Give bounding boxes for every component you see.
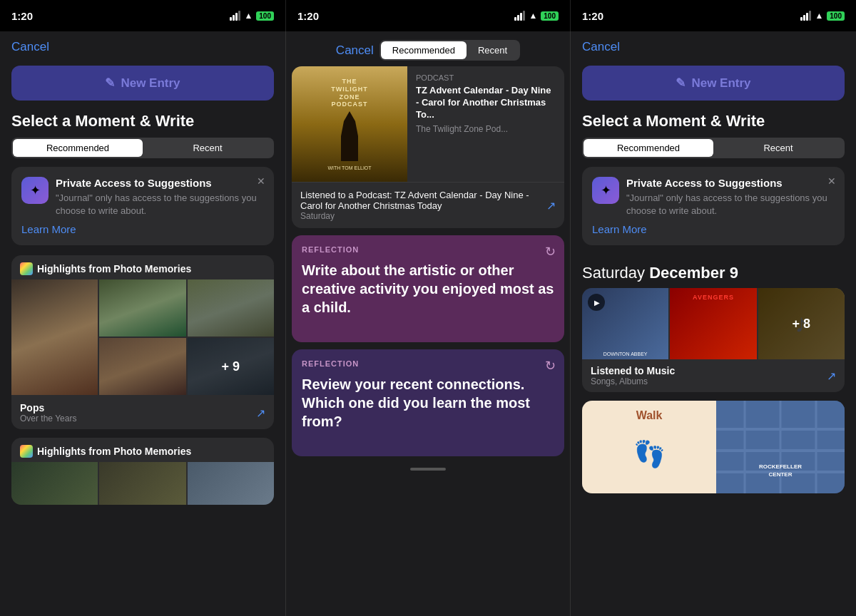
status-mid: 1:20 ▲ 100 [285, 0, 571, 31]
wifi-right: ▲ [815, 11, 823, 21]
new-entry-icon-right: ✎ [676, 76, 686, 91]
battery-mid: 100 [541, 11, 559, 21]
photo-count-overlay: + 9 [188, 338, 274, 395]
scroll-indicator [286, 463, 570, 473]
right-panel: Cancel ✎ New Entry Select a Moment & Wri… [571, 31, 856, 616]
podcast-art-sub: WITH TOM ELLIOT [327, 165, 371, 170]
podcast-art-title: THETWILIGHTZONEPODCAST [331, 78, 368, 108]
signal-left [230, 11, 240, 21]
middle-cancel-button[interactable]: Cancel [336, 43, 374, 58]
right-privacy-header: ✦ Private Access to Suggestions "Journal… [592, 177, 835, 217]
photo-cell-5: + 9 [188, 338, 274, 395]
media-plus-count: + 8 [758, 288, 845, 359]
podcast-art: THETWILIGHTZONEPODCAST WITH TOM ELLIOT [292, 66, 407, 182]
left-photo-card-footer-1: Pops Over the Years ↗ [11, 396, 274, 429]
photo-cell-2 [99, 279, 185, 337]
wifi-mid: ▲ [529, 11, 537, 21]
photo-cell-3 [188, 279, 274, 337]
left-segment-row: Recommended Recent [11, 138, 274, 158]
left-photo-card-title-2: Highlights from Photo Memories [37, 446, 191, 457]
left-cancel-button[interactable]: Cancel [11, 40, 49, 54]
middle-segment-recent[interactable]: Recent [467, 41, 519, 59]
podcast-share-icon[interactable]: ↗ [546, 199, 556, 212]
share-icon-1[interactable]: ↗ [256, 406, 265, 420]
media-share-icon[interactable]: ↗ [827, 369, 836, 383]
refresh-icon-2[interactable]: ↻ [545, 358, 556, 374]
podcast-silhouette [335, 111, 364, 161]
podcast-badge: Podcast [416, 73, 556, 82]
signal-mid [514, 11, 525, 21]
right-privacy-text: Private Access to Suggestions "Journal" … [626, 177, 835, 217]
left-privacy-card: ✕ ✦ Private Access to Suggestions "Journ… [11, 167, 274, 245]
photo-cell-2a [11, 462, 98, 505]
left-photo-card-1[interactable]: Highlights from Photo Memories + 9 [11, 255, 274, 429]
left-photo-card-info: Pops Over the Years [20, 402, 76, 423]
right-section-title: Select a Moment & Write [571, 106, 856, 138]
right-segment-recent[interactable]: Recent [713, 139, 843, 157]
podcast-info: Podcast TZ Advent Calendar - Day Nine - … [407, 66, 564, 182]
reflection-card-1[interactable]: ↻ REFLECTION Write about the artistic or… [292, 235, 564, 342]
right-segment-recommended[interactable]: Recommended [584, 139, 713, 157]
right-media-card[interactable]: ▶ DOWNTON ABBEY AVENGERS ♪ + 8 Listened … [582, 288, 845, 392]
status-icons-right: ▲ 100 [800, 11, 845, 21]
right-privacy-title: Private Access to Suggestions [626, 177, 835, 189]
left-photo-card-2[interactable]: Highlights from Photo Memories [11, 438, 274, 505]
time-right: 1:20 [582, 10, 603, 22]
reflection-text-1: Write about the artistic or other creati… [302, 261, 554, 317]
middle-segment-recommended[interactable]: Recommended [381, 41, 467, 59]
walk-left: Walk 👣 [582, 401, 716, 493]
right-walk-card[interactable]: Walk 👣 ROCKEFELLER CENTER [582, 401, 845, 493]
left-segment-recent[interactable]: Recent [143, 139, 272, 157]
left-learn-more-link[interactable]: Learn More [21, 223, 264, 235]
podcast-card[interactable]: THETWILIGHTZONEPODCAST WITH TOM ELLIOT P… [292, 66, 564, 228]
media-cell-music: ♪ + 8 [758, 288, 845, 359]
avengers-text: AVENGERS [673, 294, 753, 301]
reflection-card-2[interactable]: ↻ REFLECTION Review your recent connecti… [292, 349, 564, 456]
downton-text: DOWNTON ABBEY [585, 351, 666, 356]
left-privacy-header: ✦ Private Access to Suggestions "Journal… [21, 177, 264, 217]
left-photo-grid-1: + 9 [11, 279, 274, 396]
svg-text:ROCKEFELLER: ROCKEFELLER [759, 463, 802, 470]
status-icons-mid: ▲ 100 [514, 11, 559, 21]
right-media-card-info: Listened to Music Songs, Albums [591, 365, 675, 386]
middle-scroll: THETWILIGHTZONEPODCAST WITH TOM ELLIOT P… [286, 66, 570, 608]
left-privacy-close[interactable]: ✕ [257, 175, 265, 187]
podcast-art-content: THETWILIGHTZONEPODCAST WITH TOM ELLIOT [292, 66, 407, 182]
status-left: 1:20 ▲ 100 [0, 0, 285, 31]
photo-memories-icon-1 [20, 262, 33, 275]
left-segment-recommended[interactable]: Recommended [13, 139, 143, 157]
media-cell-downton: ▶ DOWNTON ABBEY [582, 288, 668, 359]
right-learn-more-link[interactable]: Learn More [592, 223, 835, 235]
left-panel-header: Cancel [0, 31, 285, 60]
refresh-icon-1[interactable]: ↻ [545, 244, 556, 260]
left-photo-card-title-1: Highlights from Photo Memories [37, 263, 191, 274]
left-photo-card-sub: Over the Years [20, 414, 76, 423]
reflection-label-1: REFLECTION [302, 245, 554, 254]
left-new-entry-button[interactable]: ✎ New Entry [11, 66, 274, 101]
new-entry-icon-left: ✎ [105, 76, 115, 91]
right-new-entry-button[interactable]: ✎ New Entry [582, 66, 845, 101]
podcast-footer: Listened to a Podcast: TZ Advent Calenda… [292, 182, 564, 228]
time-mid: 1:20 [297, 10, 319, 22]
left-segment-control: Recommended Recent [11, 138, 274, 158]
left-new-entry-label: New Entry [121, 76, 180, 91]
signal-right [800, 11, 811, 21]
right-media-card-footer: Listened to Music Songs, Albums ↗ [582, 359, 845, 392]
photo-cell-2c [188, 462, 274, 505]
panels-container: Cancel ✎ New Entry Select a Moment & Wri… [0, 31, 856, 616]
right-media-footer-label: Listened to Music [591, 365, 675, 376]
left-privacy-title: Private Access to Suggestions [56, 177, 264, 189]
battery-right: 100 [827, 11, 845, 21]
right-media-footer-sub: Songs, Albums [591, 376, 675, 386]
right-date-label: Saturday December 9 [582, 264, 845, 282]
right-privacy-close[interactable]: ✕ [827, 175, 836, 187]
left-photo-grid-2 [11, 462, 274, 505]
svg-text:CENTER: CENTER [769, 471, 793, 478]
photo-cell-2b [99, 462, 185, 505]
right-cancel-button[interactable]: Cancel [582, 40, 620, 54]
battery-left: 100 [256, 11, 274, 21]
left-photo-card-header-1: Highlights from Photo Memories [11, 255, 274, 279]
wifi-left: ▲ [244, 11, 253, 21]
right-privacy-desc: "Journal" only has access to the suggest… [626, 192, 835, 217]
podcast-footer-date: Saturday [300, 211, 546, 221]
